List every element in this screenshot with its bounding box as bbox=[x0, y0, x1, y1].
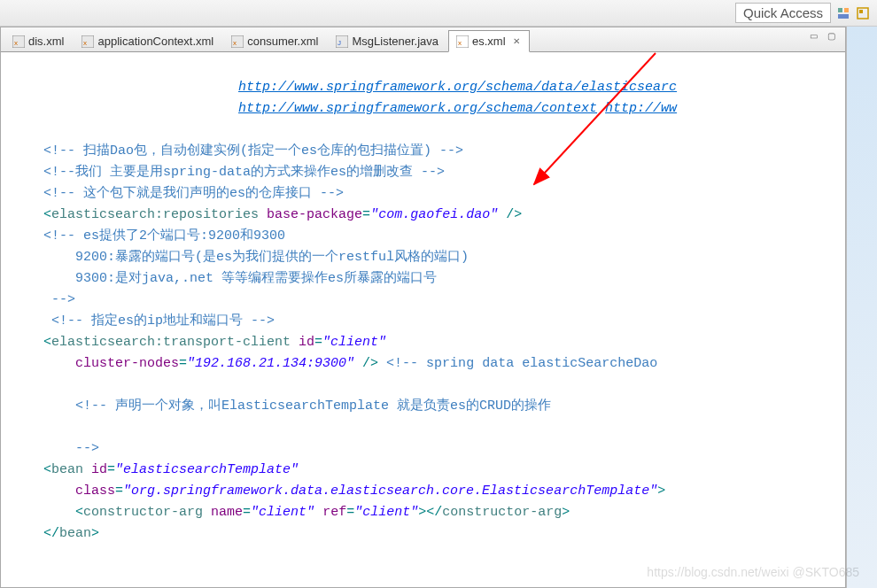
comment-line: <!-- 指定es的ip地址和端口号 --> bbox=[51, 313, 275, 329]
xml-attr: id bbox=[91, 462, 107, 477]
xml-attr: id bbox=[299, 335, 314, 350]
right-margin-strip bbox=[846, 27, 877, 588]
xml-value: "com.gaofei.dao" bbox=[370, 207, 498, 222]
xml-file-icon: x bbox=[81, 35, 94, 48]
java-file-icon: J bbox=[336, 35, 348, 48]
comment-line: 9300:是对java,.net 等等编程需要操作es所暴露的端口号 bbox=[75, 271, 437, 286]
quick-access[interactable]: Quick Access bbox=[735, 3, 831, 23]
schema-url: http://ww bbox=[605, 101, 677, 116]
tab-bar: x dis.xml x applicationContext.xml x con… bbox=[1, 27, 845, 52]
svg-text:x: x bbox=[83, 39, 87, 47]
xml-tag: bean bbox=[59, 526, 91, 541]
xml-attr: ref bbox=[322, 505, 346, 520]
comment-line: <!-- 扫描Dao包，自动创建实例(指定一个es仓库的包扫描位置) --> bbox=[43, 143, 463, 159]
close-icon[interactable]: ✕ bbox=[513, 36, 520, 46]
watermark: https://blog.csdn.net/weixi @SKTO685 bbox=[647, 565, 859, 579]
tab-label: MsgListener.java bbox=[352, 35, 438, 48]
tab-label: es.xml bbox=[472, 35, 506, 48]
xml-tag: elasticsearch:repositories bbox=[51, 207, 259, 222]
svg-text:J: J bbox=[338, 39, 341, 47]
xml-value: "client" bbox=[322, 335, 386, 350]
editor-window-controls: ▭ ▢ bbox=[810, 31, 840, 43]
tab-consumer-xml[interactable]: x consumer.xml bbox=[223, 30, 328, 51]
xml-attr: base-package bbox=[267, 207, 362, 222]
xml-value: "elasticsearchTemplate" bbox=[115, 462, 299, 477]
xml-value: "client" bbox=[251, 505, 314, 520]
svg-text:x: x bbox=[14, 39, 18, 47]
svg-text:x: x bbox=[458, 39, 462, 47]
tab-label: applicationContext.xml bbox=[97, 35, 213, 48]
xml-attr: class bbox=[75, 484, 115, 499]
tab-applicationcontext-xml[interactable]: x applicationContext.xml bbox=[74, 30, 223, 51]
top-toolbar: Quick Access bbox=[0, 0, 877, 27]
maximize-icon[interactable]: ▢ bbox=[827, 31, 840, 43]
xml-value: "org.springframework.data.elasticsearch.… bbox=[123, 484, 657, 499]
tab-label: consumer.xml bbox=[247, 35, 318, 48]
tab-msglistener-java[interactable]: J MsgListener.java bbox=[328, 30, 448, 51]
xml-value: "client" bbox=[354, 505, 418, 520]
comment-line: 9200:暴露的端口号(是es为我们提供的一个restful风格的端口) bbox=[75, 250, 469, 265]
comment-line: <!-- spring data elasticSearcheDao bbox=[378, 356, 665, 371]
xml-attr: name bbox=[211, 505, 243, 520]
tab-dis-xml[interactable]: x dis.xml bbox=[4, 30, 74, 51]
xml-tag: constructor-arg bbox=[83, 505, 203, 520]
comment-line: --> bbox=[51, 292, 75, 307]
main-editor-pane: x dis.xml x applicationContext.xml x con… bbox=[0, 27, 846, 588]
svg-rect-0 bbox=[838, 8, 842, 12]
xml-attr: cluster-nodes bbox=[75, 356, 179, 371]
xml-file-icon: x bbox=[231, 35, 244, 48]
comment-line: <!--我们 主要是用spring-data的方式来操作es的增删改查 --> bbox=[43, 165, 445, 180]
svg-rect-4 bbox=[859, 10, 863, 13]
svg-rect-1 bbox=[844, 8, 849, 12]
svg-rect-2 bbox=[838, 14, 849, 19]
svg-text:x: x bbox=[233, 39, 237, 47]
xml-close: /> bbox=[498, 207, 522, 222]
tab-es-xml[interactable]: x es.xml ✕ bbox=[448, 30, 530, 52]
xml-close: /> bbox=[354, 356, 378, 371]
xml-file-icon: x bbox=[12, 35, 25, 48]
comment-line: <!-- 声明一个对象，叫ElasticsearchTemplate 就是负责e… bbox=[75, 398, 551, 414]
open-perspective-icon[interactable] bbox=[856, 6, 870, 20]
comment-line: --> bbox=[75, 441, 99, 456]
xml-value: "192.168.21.134:9300" bbox=[187, 356, 354, 371]
code-editor[interactable]: http://www.springframework.org/schema/da… bbox=[1, 52, 845, 587]
xml-tag: bean bbox=[51, 462, 83, 477]
xml-tag: elasticsearch:transport-client bbox=[51, 335, 291, 350]
xml-tag: constructor-arg bbox=[442, 505, 562, 520]
schema-url: http://www.springframework.org/schema/da… bbox=[43, 80, 677, 95]
schema-url: http://www.springframework.org/schema/co… bbox=[238, 101, 597, 116]
perspective-icon[interactable] bbox=[836, 6, 850, 20]
xml-file-icon: x bbox=[456, 35, 469, 48]
comment-line: <!-- 这个包下就是我们声明的es的仓库接口 --> bbox=[43, 186, 344, 201]
minimize-icon[interactable]: ▭ bbox=[810, 31, 822, 43]
comment-line: <!-- es提供了2个端口号:9200和9300 bbox=[43, 228, 285, 244]
tab-label: dis.xml bbox=[28, 35, 64, 48]
editor-area: x dis.xml x applicationContext.xml x con… bbox=[0, 27, 877, 588]
